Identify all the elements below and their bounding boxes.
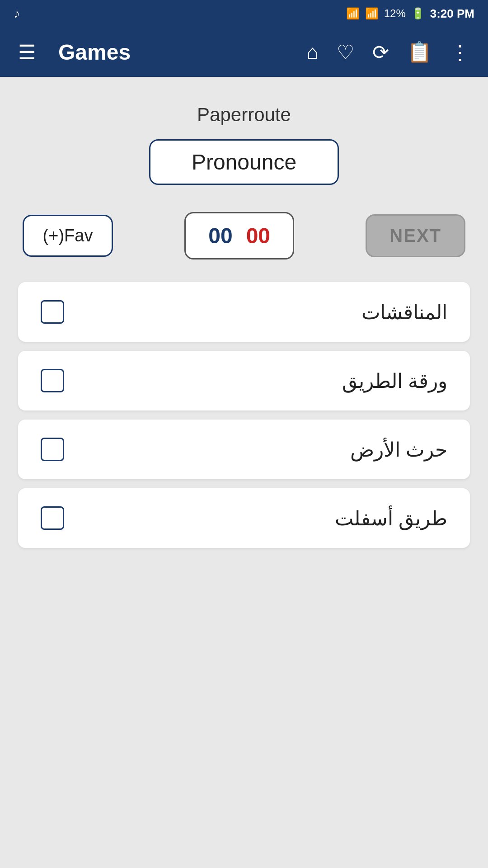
home-icon[interactable]: ⌂ <box>302 38 323 66</box>
nav-bar: ☰ Games ⌂ ♡ ⟳ 📋 ⋮ <box>0 27 488 77</box>
word-section: Paperroute Pronounce <box>18 104 470 185</box>
score-display: 00 00 <box>184 212 294 259</box>
signal-icon: 📶 <box>365 7 379 20</box>
options-list: المناقشات ورقة الطريق حرث الأرض طريق أسف… <box>18 282 470 548</box>
word-display: Paperroute <box>197 104 291 126</box>
option-checkbox-3[interactable] <box>41 438 64 461</box>
option-text-2: ورقة الطريق <box>82 369 447 392</box>
more-options-icon[interactable]: ⋮ <box>446 38 474 66</box>
favorites-icon[interactable]: ♡ <box>332 38 359 66</box>
menu-icon[interactable]: ☰ <box>14 38 40 66</box>
option-text-1: المناقشات <box>82 301 447 324</box>
clipboard-icon[interactable]: 📋 <box>403 38 436 66</box>
time-display: 3:20 PM <box>430 7 474 21</box>
option-checkbox-4[interactable] <box>41 506 64 530</box>
music-note-icon: ♪ <box>14 6 20 21</box>
pronounce-button[interactable]: Pronounce <box>149 139 339 185</box>
option-item-3[interactable]: حرث الأرض <box>18 420 470 479</box>
option-checkbox-2[interactable] <box>41 369 64 392</box>
option-item-2[interactable]: ورقة الطريق <box>18 351 470 410</box>
history-icon[interactable]: ⟳ <box>368 38 394 66</box>
battery-icon: 🔋 <box>411 7 425 20</box>
page-title: Games <box>58 40 293 65</box>
score-red: 00 <box>246 223 270 248</box>
status-bar: ♪ 📶 📶 12% 🔋 3:20 PM <box>0 0 488 27</box>
main-content: Paperroute Pronounce (+)Fav 00 00 NEXT ا… <box>0 77 488 868</box>
option-text-4: طريق أسفلت <box>82 507 447 530</box>
controls-row: (+)Fav 00 00 NEXT <box>18 212 470 259</box>
score-blue: 00 <box>208 223 232 248</box>
sim-icon: 📶 <box>346 7 360 20</box>
option-checkbox-1[interactable] <box>41 300 64 324</box>
add-favorite-button[interactable]: (+)Fav <box>23 215 113 257</box>
option-item-4[interactable]: طريق أسفلت <box>18 488 470 548</box>
option-text-3: حرث الأرض <box>82 438 447 461</box>
option-item-1[interactable]: المناقشات <box>18 282 470 342</box>
next-button[interactable]: NEXT <box>366 214 465 257</box>
battery-level: 12% <box>384 7 406 20</box>
